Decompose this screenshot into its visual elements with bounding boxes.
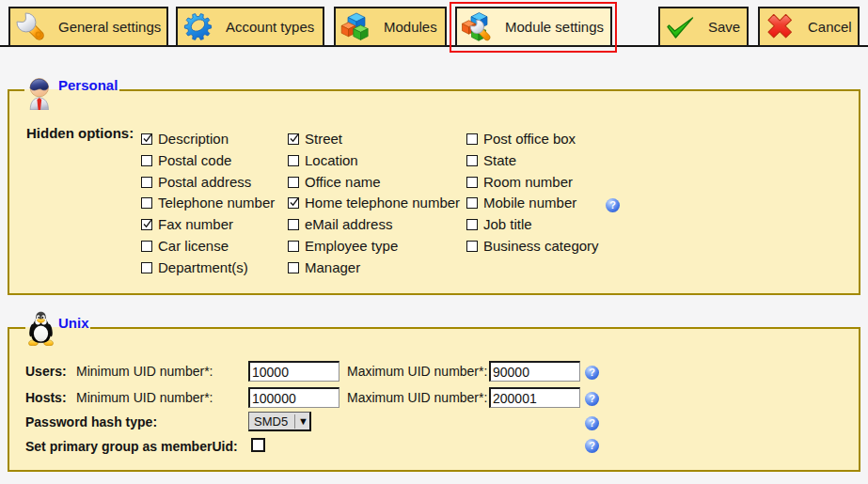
modules-icon — [340, 11, 371, 42]
wrench-icon — [15, 11, 46, 42]
help-icon[interactable]: ? — [585, 439, 599, 453]
checkbox[interactable] — [288, 262, 299, 273]
checkbox-label: State — [483, 152, 516, 168]
checkbox-label: Room number — [483, 174, 573, 190]
module-settings-icon — [462, 11, 493, 42]
checkbox-label: Street — [305, 131, 342, 147]
hidden-option-department-s-: Department(s) — [141, 260, 248, 274]
gear-icon — [182, 11, 213, 42]
personal-border-segment — [8, 89, 24, 91]
minimum-uid-label: Minimum UID number*: — [76, 364, 213, 379]
hosts-min-uid-input[interactable] — [248, 387, 339, 408]
checkbox[interactable] — [141, 262, 152, 273]
hosts-max-uid-input[interactable] — [489, 387, 580, 408]
tux-icon — [28, 311, 54, 346]
users-min-uid-input[interactable] — [248, 361, 339, 382]
cancel-button[interactable]: Cancel — [758, 7, 860, 47]
hidden-option-description: Description — [141, 132, 229, 146]
password-hash-value: SMD5 — [249, 414, 294, 429]
hidden-option-state: State — [466, 153, 516, 167]
checkbox-label: Office name — [305, 174, 381, 190]
general-settings-button[interactable]: General settings — [8, 7, 168, 47]
unix-border-segment — [8, 327, 25, 329]
checkbox-checked[interactable] — [141, 133, 152, 145]
checkbox[interactable] — [466, 177, 478, 188]
module-settings-button-label: Module settings — [505, 19, 604, 35]
account-types-button[interactable]: Account types — [176, 7, 324, 47]
personal-section — [8, 89, 860, 295]
hidden-option-home-telephone-number: Home telephone number — [288, 195, 460, 210]
checkbox-label: Location — [305, 152, 358, 168]
checkbox-label: Business category — [483, 238, 599, 254]
hidden-option-manager: Manager — [288, 260, 360, 274]
hidden-option-room-number: Room number — [466, 175, 573, 189]
help-icon[interactable]: ? — [585, 392, 599, 406]
modules-button[interactable]: Modules — [334, 7, 447, 47]
set-primary-group-as-memberuid--label: Set primary group as memberUid: — [25, 439, 238, 454]
checkbox-label: Car license — [158, 238, 229, 254]
memberuid-checkbox[interactable] — [251, 438, 265, 452]
checkbox[interactable] — [466, 241, 478, 252]
checkbox[interactable] — [141, 177, 152, 188]
cancel-x-icon — [765, 11, 796, 42]
checkbox-checked[interactable] — [288, 133, 299, 145]
minimum-uid-label: Minimum UID number*: — [76, 390, 213, 405]
save-button-label: Save — [708, 19, 740, 35]
hidden-option-location: Location — [288, 153, 358, 167]
users-max-uid-input[interactable] — [489, 361, 580, 382]
hidden-option-street: Street — [288, 132, 342, 146]
checkbox[interactable] — [288, 155, 299, 166]
checkbox[interactable] — [466, 219, 478, 230]
hidden-option-mobile-number: Mobile number — [466, 195, 576, 210]
maximum-uid-label: Maximum UID number*: — [347, 390, 487, 405]
checkbox-label: Post office box — [483, 131, 576, 147]
unix-legend: Unix — [58, 315, 89, 331]
hidden-option-telephone-number: Telephone number — [141, 195, 275, 210]
hidden-option-post-office-box: Post office box — [466, 132, 576, 146]
module-settings-button[interactable]: Module settings — [455, 7, 612, 47]
checkbox-label: Mobile number — [483, 195, 576, 211]
checkbox[interactable] — [141, 241, 152, 252]
checkbox[interactable] — [288, 219, 299, 230]
checkbox-label: Employee type — [305, 238, 398, 254]
checkbox-checked[interactable] — [288, 197, 299, 209]
checkbox-label: Department(s) — [158, 259, 248, 275]
personal-legend: Personal — [58, 77, 118, 93]
hidden-option-business-category: Business category — [466, 239, 599, 253]
help-icon[interactable]: ? — [585, 366, 599, 380]
general-settings-button-label: General settings — [58, 19, 161, 35]
unix-border-segment — [90, 327, 860, 329]
checkbox-label: Telephone number — [158, 195, 275, 211]
maximum-uid-label: Maximum UID number*: — [347, 364, 487, 379]
person-icon — [28, 78, 51, 110]
checkbox-label: Postal address — [158, 174, 251, 190]
hosts--label: Hosts: — [25, 390, 67, 405]
checkbox-label: Job title — [483, 216, 532, 232]
checkbox[interactable] — [141, 155, 152, 166]
checkbox-label: Fax number — [158, 216, 233, 232]
hidden-options-label: Hidden options: — [26, 125, 134, 141]
hidden-option-postal-code: Postal code — [141, 153, 231, 167]
password-hash-type--label: Password hash type: — [25, 414, 157, 429]
checkbox[interactable] — [288, 177, 299, 188]
hidden-option-car-license: Car license — [141, 239, 229, 253]
hidden-option-postal-address: Postal address — [141, 175, 251, 189]
checkbox-label: Description — [158, 131, 229, 147]
checkbox[interactable] — [466, 155, 478, 166]
save-check-icon — [665, 11, 696, 42]
password-hash-select[interactable]: SMD5▼ — [248, 412, 311, 431]
save-button[interactable]: Save — [658, 7, 749, 47]
checkbox-checked[interactable] — [141, 219, 152, 230]
checkbox[interactable] — [466, 197, 478, 209]
help-icon[interactable]: ? — [585, 416, 599, 430]
checkbox[interactable] — [466, 133, 478, 145]
checkbox[interactable] — [141, 197, 152, 209]
checkbox[interactable] — [288, 241, 299, 252]
account-types-button-label: Account types — [226, 19, 314, 35]
hidden-option-employee-type: Employee type — [288, 239, 398, 253]
help-icon[interactable]: ? — [606, 198, 620, 212]
hidden-option-fax-number: Fax number — [141, 217, 233, 231]
select-divider — [294, 414, 295, 429]
checkbox-label: Manager — [305, 259, 360, 275]
module-settings-page: General settings Account types — [0, 0, 868, 484]
